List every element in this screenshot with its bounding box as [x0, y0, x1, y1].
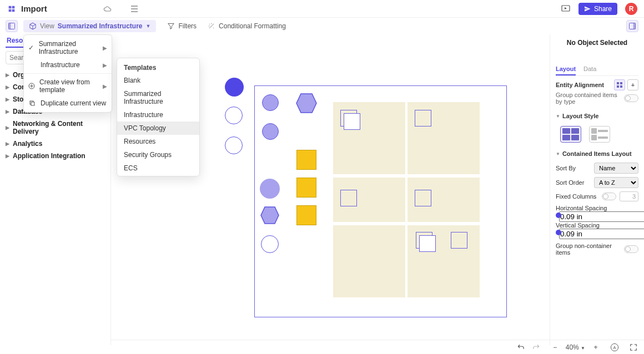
chevron-right-icon: ▶	[6, 125, 9, 130]
zoom-out-button[interactable]: −	[550, 342, 560, 352]
vertical-spacing-label: Vertical Spacing	[556, 222, 600, 229]
wand-icon	[208, 22, 215, 30]
shape-square[interactable]	[415, 190, 431, 206]
avatar[interactable]: R	[625, 3, 637, 15]
tab-data[interactable]: Data	[583, 63, 596, 75]
shape-square[interactable]	[415, 110, 431, 127]
sort-by-select[interactable]: Name	[594, 163, 638, 174]
svg-rect-13	[617, 85, 619, 88]
category-networking[interactable]: ▶Networking & Content Delivery	[6, 118, 105, 138]
svg-text:A: A	[613, 345, 616, 350]
chevron-right-icon: ▶	[103, 62, 107, 68]
duplicate-current-view[interactable]: Duplicate current view	[24, 97, 112, 110]
svg-rect-4	[633, 23, 636, 29]
layout-style-grid[interactable]	[560, 126, 581, 143]
template-summarized-infrastructure[interactable]: Summarized Infrastructure	[117, 87, 199, 108]
view-option-infrastructure[interactable]: Infrastructure ▶	[24, 58, 112, 72]
create-view-from-template[interactable]: Create view from template ▶	[24, 75, 112, 97]
view-option-summarized[interactable]: ✓ Summarized Infrastructure ▶	[24, 37, 112, 58]
zoom-level[interactable]: 40% ▼	[566, 343, 585, 351]
no-object-label: No Object Selected	[556, 39, 638, 47]
shape-square[interactable]	[296, 178, 316, 198]
shape-square[interactable]	[419, 235, 436, 252]
svg-rect-7	[31, 102, 34, 105]
shape-square[interactable]	[344, 113, 360, 130]
share-label: Share	[594, 5, 612, 13]
triangle-down-icon: ▼	[556, 114, 560, 119]
shape-circle[interactable]	[262, 123, 279, 140]
group-non-container-toggle[interactable]: ×	[624, 245, 638, 253]
template-blank[interactable]: Blank	[117, 74, 199, 87]
svg-rect-14	[620, 85, 622, 88]
brand-icon	[7, 4, 17, 14]
horizontal-spacing-label: Horizontal Spacing	[556, 205, 607, 211]
group-by-type-label: Group contained items by type	[556, 92, 621, 105]
svg-rect-12	[620, 82, 622, 84]
shape-circle[interactable]	[260, 179, 280, 199]
shape-circle[interactable]	[225, 78, 244, 97]
cube-icon	[29, 22, 37, 30]
add-alignment-button[interactable]: +	[627, 79, 638, 90]
chevron-right-icon: ▶	[6, 72, 9, 78]
group-box[interactable]	[333, 225, 405, 297]
shape-hexagon[interactable]	[295, 92, 318, 116]
template-vpc-topology[interactable]: VPC Topology	[117, 122, 199, 135]
fixed-columns-input[interactable]	[620, 191, 638, 201]
shape-square[interactable]	[340, 190, 357, 206]
sort-order-label: Sort Order	[556, 179, 584, 186]
right-panel: No Object Selected Layout Data Entity Al…	[550, 34, 644, 345]
presentation-icon[interactable]	[561, 4, 571, 14]
chevron-right-icon: ▶	[6, 141, 9, 146]
redo-button[interactable]	[531, 342, 541, 352]
chevron-right-icon: ▶	[6, 97, 9, 102]
fullscreen-button[interactable]	[628, 342, 638, 352]
cloud-sync-icon[interactable]	[103, 4, 113, 14]
vertical-spacing-input[interactable]	[559, 229, 644, 239]
filters-button[interactable]: Filters	[167, 22, 197, 30]
sort-by-label: Sort By	[556, 165, 576, 171]
chevron-right-icon: ▶	[6, 84, 9, 90]
left-panel-toggle[interactable]	[6, 20, 18, 32]
hamburger-icon[interactable]	[129, 4, 139, 14]
shape-circle[interactable]	[261, 235, 279, 253]
chevron-down-icon: ▼	[581, 346, 585, 351]
shape-square[interactable]	[296, 205, 316, 225]
layout-style-list[interactable]	[589, 126, 610, 143]
horizontal-spacing-input[interactable]	[559, 211, 644, 222]
share-button[interactable]: Share	[578, 3, 617, 15]
template-security-groups[interactable]: Security Groups	[117, 148, 199, 161]
template-infrastructure[interactable]: Infrastructure	[117, 108, 199, 122]
shape-circle[interactable]	[225, 136, 243, 154]
shape-circle[interactable]	[262, 94, 279, 111]
shape-hexagon[interactable]	[260, 205, 280, 227]
fixed-columns-toggle[interactable]: ×	[602, 193, 616, 200]
svg-marker-9	[296, 94, 316, 113]
chevron-right-icon: ▶	[103, 83, 107, 89]
chevron-down-icon: ▼	[146, 23, 151, 29]
template-resources[interactable]: Resources	[117, 135, 199, 148]
category-application-integration[interactable]: ▶Application Integration	[6, 150, 105, 162]
tab-layout[interactable]: Layout	[556, 63, 576, 75]
align-grid-button[interactable]	[614, 79, 625, 90]
fixed-columns-label: Fixed Columns	[556, 193, 596, 200]
undo-button[interactable]	[516, 342, 526, 352]
shape-square[interactable]	[296, 150, 316, 170]
template-ecs[interactable]: ECS	[117, 161, 199, 175]
chevron-right-icon: ▶	[6, 153, 9, 159]
accessibility-button[interactable]: A	[610, 342, 620, 352]
svg-marker-8	[261, 207, 279, 224]
right-panel-toggle[interactable]	[626, 20, 638, 32]
zoom-in-button[interactable]: +	[591, 342, 601, 352]
view-dropdown: ✓ Summarized Infrastructure ▶ Infrastruc…	[23, 34, 112, 113]
view-selector[interactable]: View Summarized Infrastructure ▼	[23, 20, 156, 32]
shape-circle[interactable]	[225, 107, 243, 124]
sort-order-select[interactable]: A to Z	[594, 177, 638, 188]
group-by-type-toggle[interactable]: ×	[624, 94, 638, 102]
current-view-name: Summarized Infrastructure	[58, 22, 143, 30]
templates-dropdown: Templates Blank Summarized Infrastructur…	[117, 58, 200, 176]
conditional-formatting-button[interactable]: Conditional Formatting	[208, 22, 286, 30]
entity-alignment-label: Entity Alignment	[556, 82, 604, 88]
triangle-down-icon: ▼	[556, 151, 560, 156]
category-analytics[interactable]: ▶Analytics	[6, 138, 105, 150]
shape-square[interactable]	[451, 232, 467, 249]
